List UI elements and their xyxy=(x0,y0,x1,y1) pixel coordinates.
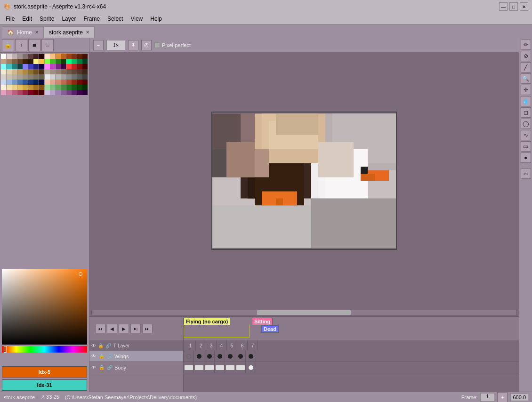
palette-cell-16[interactable] xyxy=(1,59,6,64)
palette-cell-51[interactable] xyxy=(17,69,23,74)
add-button[interactable]: + xyxy=(15,39,27,51)
palette-cell-123[interactable] xyxy=(61,90,66,95)
palette-cell-5[interactable] xyxy=(28,54,33,59)
menu-sprite[interactable]: Sprite xyxy=(36,15,58,23)
palette-cell-72[interactable] xyxy=(45,74,50,80)
palette-cell-18[interactable] xyxy=(12,59,17,64)
palette-cell-81[interactable] xyxy=(7,80,12,85)
body-frame-cell-4[interactable] xyxy=(225,362,235,373)
palette-cell-62[interactable] xyxy=(77,69,82,74)
wings-frame-cell-3[interactable] xyxy=(215,351,225,362)
palette-cell-60[interactable] xyxy=(66,69,72,74)
palette-cell-26[interactable] xyxy=(56,59,61,64)
palette-cell-108[interactable] xyxy=(66,85,72,90)
transport-last[interactable]: ⏭ xyxy=(142,324,153,333)
tool-line[interactable]: ╱ xyxy=(521,62,531,72)
palette-cell-71[interactable] xyxy=(39,74,44,80)
tool-curve[interactable]: ∿ xyxy=(521,130,531,140)
palette-cell-37[interactable] xyxy=(28,64,33,69)
color-gradient[interactable] xyxy=(2,269,87,345)
palette-cell-43[interactable] xyxy=(61,64,66,69)
palette-cell-7[interactable] xyxy=(39,54,44,59)
palette-cell-117[interactable] xyxy=(28,90,33,95)
palette-cell-10[interactable] xyxy=(56,54,61,59)
palette-cell-42[interactable] xyxy=(56,64,61,69)
frame-num-0[interactable]: 1 xyxy=(185,340,196,351)
palette-cell-38[interactable] xyxy=(33,64,39,69)
body-frame-cell-0[interactable] xyxy=(184,362,194,373)
palette-cell-12[interactable] xyxy=(66,54,72,59)
palette-cell-125[interactable] xyxy=(72,90,77,95)
palette-cell-111[interactable] xyxy=(82,85,88,90)
palette-cell-29[interactable] xyxy=(72,59,77,64)
menu-select[interactable]: Select xyxy=(104,15,127,23)
palette-cell-88[interactable] xyxy=(45,80,50,85)
palette-cell-14[interactable] xyxy=(77,54,82,59)
palette-cell-73[interactable] xyxy=(50,74,55,80)
palette-cell-47[interactable] xyxy=(82,64,88,69)
palette-cell-97[interactable] xyxy=(7,85,12,90)
color-idx5-label[interactable]: Idx-5 xyxy=(2,366,87,378)
tag-dead[interactable]: Dead xyxy=(261,325,279,333)
palette-cell-127[interactable] xyxy=(82,90,88,95)
palette-cell-25[interactable] xyxy=(50,59,55,64)
palette-cell-83[interactable] xyxy=(17,80,23,85)
frame-num-1[interactable]: 2 xyxy=(196,340,206,351)
tool-pencil[interactable]: ✏ xyxy=(521,40,531,50)
palette-cell-87[interactable] xyxy=(39,80,44,85)
palette-cell-82[interactable] xyxy=(12,80,17,85)
palette-cell-105[interactable] xyxy=(50,85,55,90)
menu-button[interactable]: ≡ xyxy=(41,39,54,51)
wings-frame-cell-0[interactable] xyxy=(184,351,194,362)
palette-cell-99[interactable] xyxy=(17,85,23,90)
palette-cell-100[interactable] xyxy=(23,85,28,90)
palette-cell-6[interactable] xyxy=(33,54,39,59)
palette-cell-74[interactable] xyxy=(56,74,61,80)
tab-stork[interactable]: stork.aseprite ✕ xyxy=(44,26,95,38)
menu-file[interactable]: File xyxy=(2,15,18,23)
palette-cell-67[interactable] xyxy=(17,74,23,80)
palette-cell-102[interactable] xyxy=(33,85,39,90)
palette-cell-85[interactable] xyxy=(28,80,33,85)
stamp-button[interactable]: 🖈 xyxy=(128,40,138,50)
tool-blob[interactable]: ● xyxy=(521,153,531,163)
palette-cell-114[interactable] xyxy=(12,90,17,95)
wings-frame-cell-6[interactable] xyxy=(246,351,256,362)
ratio-11-button[interactable]: 1:1 xyxy=(521,169,531,179)
frame-add-button[interactable]: + xyxy=(497,392,508,402)
palette-cell-89[interactable] xyxy=(50,80,55,85)
palette-cell-27[interactable] xyxy=(61,59,66,64)
palette-cell-109[interactable] xyxy=(72,85,77,90)
palette-cell-41[interactable] xyxy=(50,64,55,69)
layer-wings-eye[interactable]: 👁 xyxy=(90,353,97,360)
palette-cell-92[interactable] xyxy=(66,80,72,85)
frame-num-2[interactable]: 3 xyxy=(206,340,217,351)
palette-cell-36[interactable] xyxy=(23,64,28,69)
palette-cell-28[interactable] xyxy=(66,59,72,64)
palette-cell-34[interactable] xyxy=(12,64,17,69)
palette-cell-0[interactable] xyxy=(1,54,6,59)
lock-button[interactable]: 🔒 xyxy=(2,39,14,51)
hue-bar[interactable] xyxy=(2,346,87,353)
layer-body[interactable]: 👁 🔒 🔗 Body xyxy=(89,362,183,373)
layer-body-link[interactable]: 🔗 xyxy=(106,364,113,371)
tool-eraser[interactable]: ⊘ xyxy=(521,51,531,61)
palette-cell-40[interactable] xyxy=(45,64,50,69)
palette-cell-33[interactable] xyxy=(7,64,12,69)
palette-cell-90[interactable] xyxy=(56,80,61,85)
scrollbar-thumb[interactable] xyxy=(257,310,351,315)
palette-cell-65[interactable] xyxy=(7,74,12,80)
palette-cell-9[interactable] xyxy=(50,54,55,59)
palette-cell-118[interactable] xyxy=(33,90,39,95)
zoom-minus-button[interactable]: − xyxy=(93,40,104,50)
palette-cell-107[interactable] xyxy=(61,85,66,90)
canvas-viewport[interactable] xyxy=(89,53,519,309)
palette-cell-112[interactable] xyxy=(1,90,6,95)
layer-wings[interactable]: 👁 🔒 🔗 Wings xyxy=(89,351,183,362)
palette-cell-69[interactable] xyxy=(28,74,33,80)
frame-num-3[interactable]: 4 xyxy=(217,340,227,351)
palette-cell-95[interactable] xyxy=(82,80,88,85)
palette-cell-23[interactable] xyxy=(39,59,44,64)
transport-prev[interactable]: ◀ xyxy=(107,324,117,333)
maximize-button[interactable]: □ xyxy=(509,2,518,11)
